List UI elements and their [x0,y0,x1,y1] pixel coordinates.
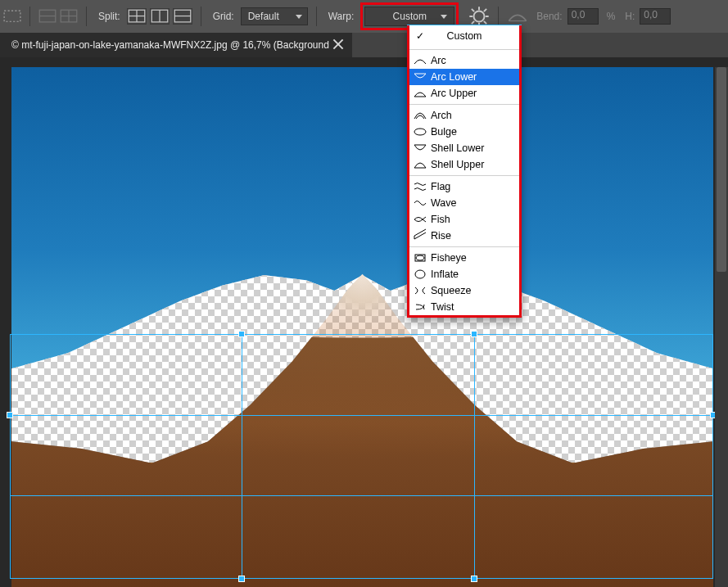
scrollbar-thumb[interactable] [717,67,726,272]
split-vertical-button[interactable] [150,8,170,25]
svg-point-13 [474,11,485,22]
warp-option-rise[interactable]: Rise [409,228,519,244]
warp-option-label: Fisheye [431,252,467,264]
warp-option-flag[interactable]: Flag [409,178,519,195]
warp-option-label: Shell Upper [431,159,484,170]
menu-separator [409,175,519,176]
separator [316,7,317,26]
warp-option-label: Arc [431,55,446,66]
grid-select-value: Default [248,11,279,22]
menu-separator [409,246,519,247]
warp-option-label: Flag [431,181,450,192]
bend-label: Bend: [531,11,563,22]
warp-dropdown: Custom Arc Arc Lower Arc Upper Arch Bulg… [407,25,522,318]
split-horizontal-button[interactable] [173,8,192,25]
warp-select[interactable]: Custom [364,7,454,26]
flag-icon [413,181,427,192]
shell-lower-icon [413,142,427,154]
warp-option-shell-lower[interactable]: Shell Lower [409,140,519,156]
twist-icon [413,301,427,313]
grid-label: Grid: [210,11,237,22]
svg-point-27 [414,129,426,135]
warp-option-label: Shell Lower [431,142,484,154]
menu-separator [409,104,519,105]
shell-upper-icon [413,159,427,170]
warp-option-label: Arch [431,110,452,121]
separator [498,7,499,26]
warp-option-label: Inflate [431,269,459,280]
svg-point-30 [415,270,425,278]
split-label: Split: [95,11,124,22]
svg-line-19 [484,21,486,24]
svg-line-21 [472,21,474,24]
separator [201,7,201,26]
warp-option-squeeze[interactable]: Squeeze [409,282,519,299]
h-field[interactable]: 0,0 [640,8,671,25]
warp-option-label: Wave [431,197,457,209]
menu-separator [409,49,519,50]
warp-option-label: Bulge [431,126,457,138]
warp-option-bulge[interactable]: Bulge [409,124,519,140]
bulge-icon [413,126,427,138]
warp-option-label: Rise [431,230,451,242]
wave-icon [413,197,427,209]
grid-select[interactable]: Default [241,7,308,25]
options-bar: Split: Grid: Default Warp: Custom Bend: … [0,0,728,33]
document-tabstrip: © mt-fuji-japan-on-lake-yamanaka-MWFNX2Z… [0,33,728,57]
arc-icon [413,55,427,66]
warp-option-wave[interactable]: Wave [409,195,519,211]
svg-point-29 [416,255,424,260]
svg-rect-0 [4,11,20,21]
warp-select-value: Custom [393,11,427,22]
document-title: © mt-fuji-japan-on-lake-yamanaka-MWFNX2Z… [11,39,329,51]
warp-option-label: Fish [431,214,450,225]
bend-field[interactable]: 0,0 [567,8,599,25]
arch-icon [413,110,427,121]
separator [86,7,87,26]
vertical-scrollbar[interactable] [715,67,728,587]
warp-option-fisheye[interactable]: Fisheye [409,250,519,266]
warp-option-label: Twist [431,301,454,313]
warp-option-arc[interactable]: Arc [409,52,519,69]
warp-option-label: Arc Lower [431,71,477,83]
split-grid-icon[interactable] [60,7,78,25]
arc-lower-icon [413,71,427,83]
rise-icon [413,230,427,242]
canvas[interactable] [11,67,713,587]
warp-option-label: Arc Upper [431,88,477,99]
warp-option-inflate[interactable]: Inflate [409,266,519,282]
warp-option-custom[interactable]: Custom [409,25,519,47]
close-icon[interactable] [332,38,344,50]
svg-line-18 [472,9,474,11]
warp-option-shell-upper[interactable]: Shell Upper [409,156,519,173]
canvas-viewport [0,57,728,587]
split-cross-button[interactable] [127,8,147,25]
document-tab[interactable]: © mt-fuji-japan-on-lake-yamanaka-MWFNX2Z… [0,33,352,57]
warp-option-arch[interactable]: Arch [409,107,519,124]
bend-unit: % [602,11,617,22]
warp-option-arc-upper[interactable]: Arc Upper [409,85,519,102]
warp-option-twist[interactable]: Twist [409,299,519,315]
h-label: H: [620,11,636,22]
fish-icon [413,214,427,225]
warp-option-fish[interactable]: Fish [409,211,519,228]
warp-option-label: Custom [446,30,482,42]
arc-upper-icon [413,88,427,99]
inflate-icon [413,269,427,280]
squeeze-icon [413,285,427,296]
split-rows-icon[interactable] [38,7,57,25]
warp-option-label: Squeeze [431,285,471,296]
fisheye-icon [413,252,427,264]
svg-line-20 [484,9,486,11]
warp-label: Warp: [325,11,358,22]
warp-option-arc-lower[interactable]: Arc Lower [409,69,519,85]
crop-marquee-icon[interactable] [3,7,21,25]
separator [29,7,30,26]
